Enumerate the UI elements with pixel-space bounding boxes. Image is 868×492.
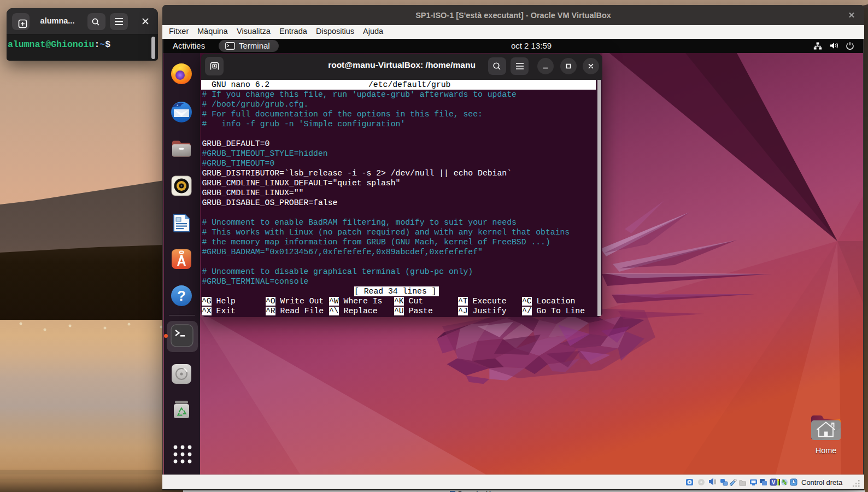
svg-text:V: V <box>772 479 776 485</box>
svg-text:?: ? <box>177 288 186 304</box>
